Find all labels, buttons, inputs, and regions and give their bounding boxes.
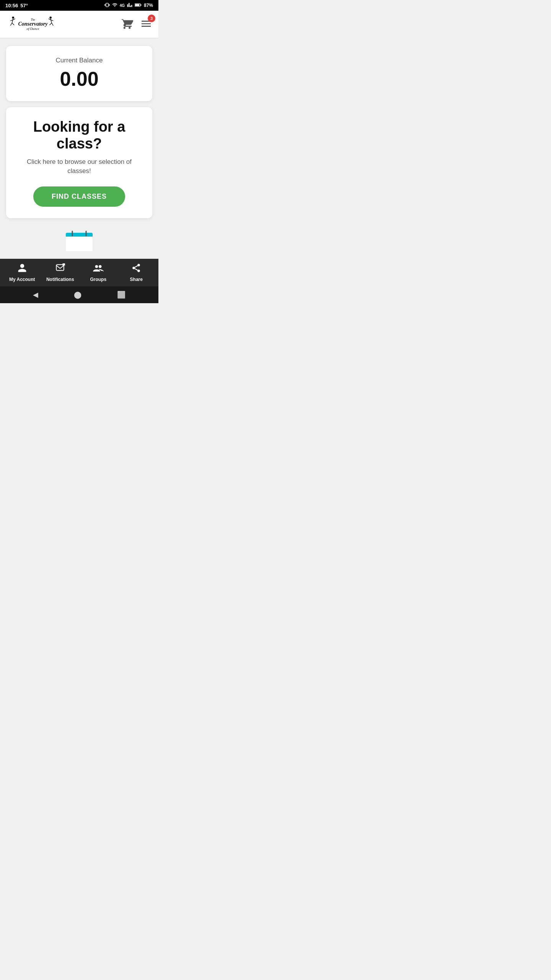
nav-item-my-account[interactable]: My Account (3, 263, 41, 282)
notifications-icon (55, 263, 65, 275)
svg-rect-22 (66, 239, 93, 240)
svg-point-30 (138, 264, 140, 266)
svg-rect-1 (140, 4, 141, 6)
cart-button[interactable] (121, 18, 133, 31)
find-class-subtitle: Click here to browse our selection of cl… (15, 157, 143, 176)
home-button[interactable]: ⬤ (74, 291, 82, 299)
header-icons: 3 (121, 18, 152, 31)
status-right: 4G 87% (104, 2, 153, 9)
calendar-peek (6, 224, 152, 251)
svg-point-29 (99, 265, 101, 268)
bottom-nav: My Account Notifications Groups (0, 259, 158, 286)
notifications-label: Notifications (46, 277, 74, 282)
4g-icon: 4G (120, 3, 125, 8)
balance-amount: 0.00 (14, 67, 145, 90)
svg-line-12 (49, 23, 52, 25)
logo: The Conservatory of Dance (6, 14, 60, 35)
svg-point-31 (133, 267, 135, 270)
battery-icon (135, 2, 142, 9)
time: 10:56 (5, 3, 18, 8)
svg-rect-21 (66, 239, 93, 251)
signal-icon (127, 2, 132, 9)
temperature: 57° (20, 3, 28, 8)
nav-item-share[interactable]: Share (117, 263, 156, 282)
svg-line-33 (135, 269, 138, 270)
share-icon (131, 263, 141, 275)
svg-line-8 (13, 19, 15, 20)
svg-line-11 (52, 23, 53, 26)
status-left: 10:56 57° (5, 3, 28, 8)
balance-label: Current Balance (14, 57, 145, 64)
balance-card: Current Balance 0.00 (6, 46, 152, 101)
wifi-icon (112, 2, 117, 9)
svg-text:Conservatory: Conservatory (18, 21, 48, 27)
android-nav-bar: ◀ ⬤ ⬜ (0, 286, 158, 303)
find-classes-button[interactable]: FIND CLASSES (33, 186, 125, 207)
svg-line-34 (135, 266, 138, 267)
svg-point-3 (12, 16, 14, 19)
svg-point-28 (95, 265, 98, 268)
my-account-label: My Account (9, 277, 35, 282)
svg-point-32 (138, 270, 140, 272)
menu-button[interactable]: 3 (140, 18, 152, 31)
svg-line-5 (10, 23, 12, 26)
status-bar: 10:56 57° 4G 87% (0, 0, 158, 11)
svg-text:of Dance: of Dance (26, 27, 39, 31)
svg-line-6 (12, 23, 14, 25)
recents-button[interactable]: ⬜ (117, 291, 126, 299)
svg-rect-2 (135, 4, 139, 6)
svg-rect-20 (66, 237, 93, 239)
back-button[interactable]: ◀ (33, 291, 38, 299)
svg-line-14 (49, 19, 51, 20)
my-account-icon (17, 263, 27, 275)
groups-icon (93, 263, 104, 275)
find-class-title: Looking for a class? (15, 119, 143, 152)
nav-item-groups[interactable]: Groups (79, 263, 117, 282)
menu-badge: 3 (148, 15, 155, 22)
groups-label: Groups (90, 277, 106, 282)
main-content: Current Balance 0.00 Looking for a class… (0, 38, 158, 259)
battery-percentage: 87% (144, 3, 153, 8)
nav-item-notifications[interactable]: Notifications (41, 263, 80, 282)
svg-line-4 (12, 19, 13, 23)
svg-line-10 (51, 19, 52, 23)
find-class-card[interactable]: Looking for a class? Click here to brows… (6, 107, 152, 218)
svg-point-9 (49, 16, 52, 19)
vibrate-icon (104, 2, 110, 9)
header: The Conservatory of Dance 3 (0, 11, 158, 38)
share-label: Share (130, 277, 143, 282)
